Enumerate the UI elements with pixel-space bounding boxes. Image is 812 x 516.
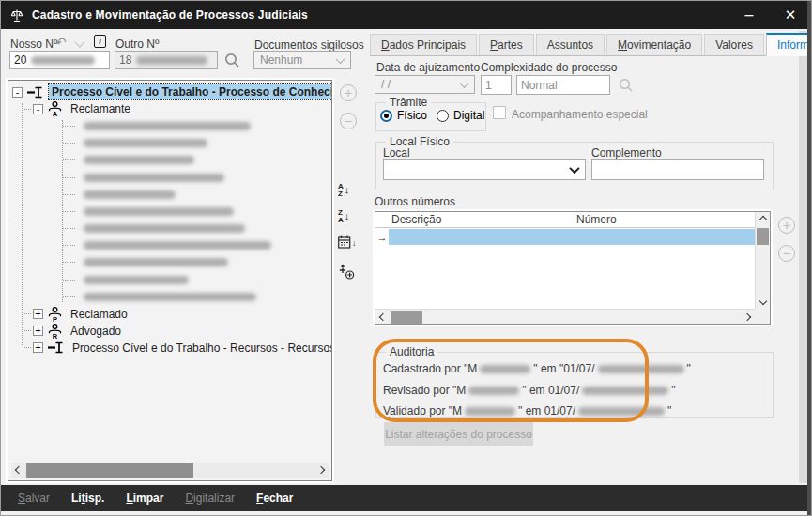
tree-node-label: Reclamado — [68, 307, 130, 322]
local-select[interactable] — [383, 159, 586, 180]
documentos-sigilosos-select[interactable]: Nenhum — [253, 51, 351, 69]
tree-node-label: Processo Cível e do Trabalho - Recursos … — [69, 341, 332, 356]
tree-item-redacted[interactable] — [8, 254, 331, 271]
limpar-button[interactable]: Limpar — [126, 492, 163, 505]
scroll-down-icon[interactable] — [756, 294, 771, 309]
tree-item-redacted[interactable] — [8, 169, 331, 186]
grid-vertical-scrollbar[interactable] — [755, 212, 770, 309]
sort-ascending-button[interactable]: AZ↓ — [338, 183, 349, 197]
tree-item-redacted[interactable] — [8, 271, 331, 288]
tree-item-redacted[interactable] — [8, 288, 331, 305]
scrollbar-thumb[interactable] — [26, 463, 193, 478]
chevron-down-icon — [460, 79, 469, 88]
scroll-right-icon[interactable] — [314, 463, 329, 478]
outro-no-label: Outro Nº — [115, 38, 159, 51]
collapse-icon[interactable]: - — [33, 104, 43, 114]
remove-node-button[interactable]: − — [340, 113, 357, 129]
info-note-icon[interactable]: i — [94, 35, 106, 48]
add-row-button[interactable]: + — [778, 217, 795, 234]
tab-assuntos[interactable]: Assuntos — [536, 34, 605, 55]
close-button[interactable]: ✕ — [770, 1, 811, 29]
process-icon — [27, 86, 43, 99]
tree-node-advogado[interactable]: + R Advogado — [8, 323, 331, 340]
minimize-button[interactable]: – — [728, 1, 770, 29]
person-r-icon: R — [48, 324, 62, 339]
process-tree[interactable]: - Processo Cível e do Trabalho - Process… — [8, 80, 332, 481]
tree-item-redacted[interactable] — [8, 117, 331, 134]
tab-bar: Dados Principais Partes Assuntos Movimen… — [370, 33, 796, 56]
data-ajuizamento-value: / / — [381, 78, 391, 91]
scrollbar-thumb[interactable] — [757, 228, 769, 245]
scroll-left-icon[interactable] — [11, 463, 26, 478]
add-person-button[interactable] — [338, 264, 355, 280]
outro-no-input[interactable]: 18 — [115, 51, 218, 69]
tree-node-label: Advogado — [68, 324, 124, 339]
tab-movimentacao[interactable]: Movimentação — [606, 34, 702, 55]
redacted-value — [598, 365, 684, 373]
outro-no-visible-value: 18 — [119, 53, 131, 67]
calendar-sort-button[interactable]: ↓ — [338, 235, 357, 249]
add-node-button[interactable]: + — [340, 84, 357, 101]
acompanhamento-checkbox[interactable] — [493, 106, 506, 119]
salvar-button[interactable]: Salvar — [18, 492, 50, 505]
complemento-input[interactable] — [591, 159, 764, 180]
nosso-no-input[interactable]: 20 — [9, 51, 110, 69]
tab-partes[interactable]: Partes — [479, 34, 534, 55]
tree-item-redacted[interactable] — [8, 186, 331, 203]
listar-alteracoes-button[interactable]: Listar alterações do processo — [384, 422, 533, 446]
local-label: Local — [383, 146, 410, 159]
expand-icon[interactable]: + — [33, 342, 43, 353]
scroll-right-icon[interactable] — [740, 310, 755, 325]
complexidade-nome-input[interactable]: Normal — [516, 75, 610, 95]
scales-icon — [9, 8, 24, 23]
tree-node-processo-conhecimento[interactable]: - Processo Cível e do Trabalho - Process… — [8, 83, 331, 100]
data-ajuizamento-select[interactable]: / / — [375, 75, 475, 94]
collapse-icon[interactable]: - — [12, 87, 23, 98]
tree-item-redacted[interactable] — [8, 152, 331, 169]
tab-dados-principais[interactable]: Dados Principais — [370, 34, 477, 55]
redacted-value — [582, 387, 668, 395]
tree-item-redacted[interactable] — [8, 237, 331, 254]
expand-icon[interactable]: + — [33, 326, 43, 336]
grid-selected-row[interactable]: → — [375, 229, 755, 245]
radio-fisico[interactable] — [380, 110, 392, 122]
expand-icon[interactable]: + — [33, 309, 43, 319]
column-descricao[interactable]: Descrição — [389, 213, 576, 226]
column-numero[interactable]: Número — [576, 213, 755, 226]
tab-informacoes[interactable]: Informações — [766, 33, 812, 56]
search-icon[interactable] — [224, 53, 240, 68]
documentos-sigilosos-label: Documentos sigilosos — [254, 38, 364, 52]
outros-numeros-grid[interactable]: Descrição Número → — [375, 211, 771, 325]
tree-item-redacted[interactable] — [8, 135, 331, 152]
tree-node-processo-recursos[interactable]: + Processo Cível e do Trabalho - Recurso… — [8, 340, 331, 357]
window-right-edge — [807, 1, 811, 515]
tree-horizontal-scrollbar[interactable] — [11, 463, 329, 478]
complexidade-nivel-input[interactable]: 1 — [481, 75, 512, 95]
tree-node-reclamante[interactable]: - A Reclamante — [8, 100, 331, 117]
scrollbar-thumb[interactable] — [391, 311, 422, 324]
tree-node-reclamado[interactable]: + P Reclamado — [8, 305, 331, 322]
radio-fisico-label: Físico — [397, 109, 427, 122]
remove-row-button[interactable]: − — [778, 245, 795, 262]
litisp-button[interactable]: Litisp. — [71, 492, 104, 505]
scroll-left-icon[interactable] — [375, 310, 391, 325]
tree-item-redacted[interactable] — [8, 203, 331, 220]
chevron-down-icon[interactable] — [74, 37, 84, 47]
grid-horizontal-scrollbar[interactable] — [375, 309, 755, 324]
undo-icon[interactable]: ↶ — [55, 37, 67, 48]
complexidade-label: Complexidade do processo — [481, 61, 617, 74]
scroll-up-icon[interactable] — [756, 212, 771, 227]
search-complexidade-icon[interactable] — [619, 78, 634, 93]
redacted-value — [480, 365, 530, 373]
svg-text:R: R — [53, 331, 58, 338]
tree-node-label: Processo Cível e do Trabalho - Processo … — [49, 84, 332, 99]
chevron-down-icon — [569, 163, 579, 174]
radio-digital[interactable] — [437, 110, 449, 122]
digitalizar-button[interactable]: Digitalizar — [185, 492, 235, 505]
fechar-button[interactable]: Fechar — [256, 492, 293, 505]
sort-descending-button[interactable]: ZA↓ — [338, 209, 349, 223]
tramite-radios: Físico Digital — [380, 109, 494, 122]
tab-valores[interactable]: Valores — [704, 34, 764, 55]
tree-item-redacted[interactable] — [8, 220, 331, 237]
auditoria-validado-line: Validado por "M" em 01/07/" — [383, 404, 671, 417]
